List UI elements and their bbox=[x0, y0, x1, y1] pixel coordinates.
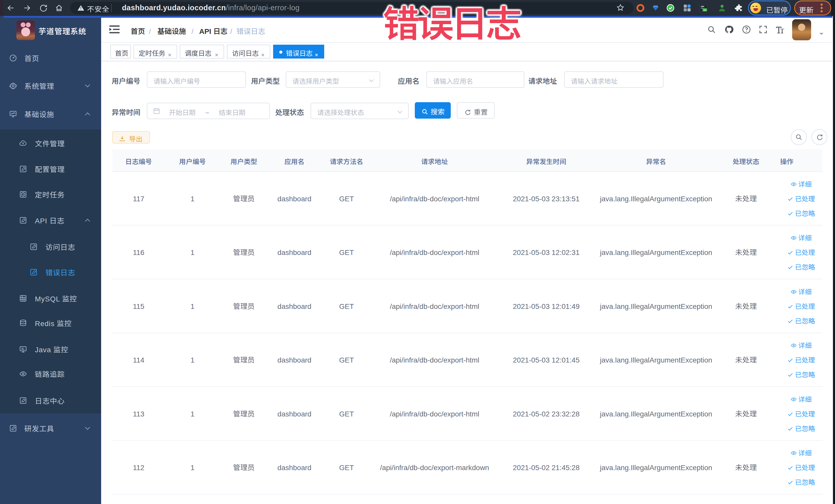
svg-text:on: on bbox=[703, 9, 706, 11]
